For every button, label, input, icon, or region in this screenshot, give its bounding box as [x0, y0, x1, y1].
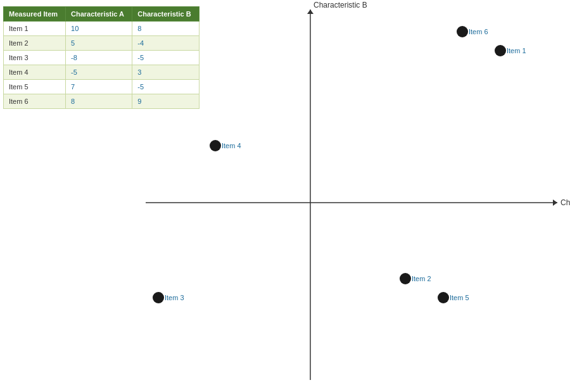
cell-item-name: Item 4 [4, 65, 66, 80]
point-item2 [400, 273, 411, 284]
cell-item-name: Item 6 [4, 94, 66, 109]
cell-item-name: Item 5 [4, 80, 66, 94]
svg-marker-3 [307, 9, 314, 14]
label-item4: Item 4 [222, 142, 241, 149]
col-header-charA: Characteristic A [66, 7, 132, 22]
cell-charA: 7 [66, 80, 132, 94]
point-item4 [210, 140, 221, 151]
svg-marker-1 [553, 199, 557, 206]
cell-charA: 10 [66, 22, 132, 36]
cell-charA: -5 [66, 65, 132, 80]
label-item1: Item 1 [507, 47, 526, 54]
point-item5 [438, 292, 449, 303]
point-item1 [495, 45, 506, 56]
col-header-item: Measured Item [4, 7, 66, 22]
label-item3: Item 3 [165, 294, 184, 301]
scatter-chart: Characteristic A Characteristic B Item 1… [127, 0, 570, 392]
x-axis-label: Characteristic A [560, 198, 570, 207]
point-item3 [153, 292, 164, 303]
cell-item-name: Item 2 [4, 36, 66, 51]
point-item6 [457, 26, 468, 37]
label-item5: Item 5 [450, 294, 469, 301]
label-item2: Item 2 [412, 275, 431, 282]
cell-item-name: Item 1 [4, 22, 66, 36]
cell-charA: 8 [66, 94, 132, 109]
cell-item-name: Item 3 [4, 51, 66, 65]
label-item6: Item 6 [469, 28, 488, 35]
cell-charA: 5 [66, 36, 132, 51]
y-axis-label: Characteristic B [314, 1, 367, 9]
cell-charA: -8 [66, 51, 132, 65]
